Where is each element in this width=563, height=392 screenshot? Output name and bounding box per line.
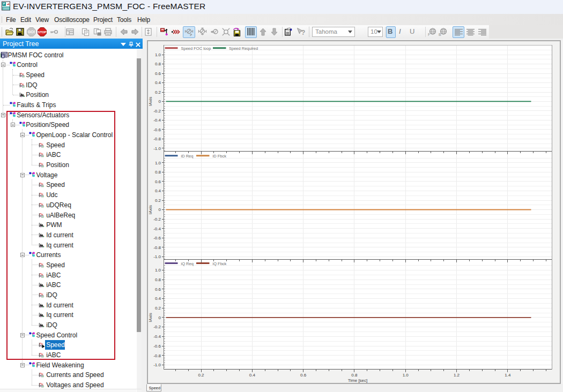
- svg-text:iD Fbck: iD Fbck: [213, 154, 227, 159]
- svg-text:-0.2: -0.2: [153, 325, 161, 329]
- svg-text:GO!: GO!: [27, 29, 35, 34]
- svg-text:0.8: 0.8: [351, 373, 358, 378]
- svg-text:-0.6: -0.6: [153, 344, 161, 349]
- svg-text:-0.4: -0.4: [153, 118, 161, 123]
- svg-text:Speed FOC loop: Speed FOC loop: [181, 46, 211, 51]
- svg-text:Speed Required: Speed Required: [229, 46, 258, 51]
- svg-text:0.2: 0.2: [155, 90, 161, 95]
- svg-text:0.6: 0.6: [300, 373, 307, 378]
- svg-text:0: 0: [159, 315, 161, 320]
- svg-text:STOP: STOP: [38, 31, 46, 34]
- svg-text:0.8: 0.8: [155, 170, 161, 175]
- svg-text:IAxis: IAxis: [148, 97, 153, 106]
- svg-text:-0.8: -0.8: [153, 245, 161, 250]
- svg-text:0.4: 0.4: [249, 373, 256, 378]
- svg-text:B: B: [439, 33, 441, 36]
- svg-text:1.4: 1.4: [505, 373, 511, 378]
- svg-text:0: 0: [159, 207, 161, 212]
- svg-text:iD Req: iD Req: [181, 154, 194, 159]
- svg-text:0.2: 0.2: [155, 306, 161, 311]
- svg-text:0.8: 0.8: [155, 277, 161, 282]
- svg-text:1.0: 1.0: [155, 161, 161, 165]
- svg-text:1.0: 1.0: [155, 52, 161, 57]
- svg-text:0.6: 0.6: [155, 179, 161, 184]
- svg-text:-1.0: -1.0: [153, 254, 161, 259]
- svg-text:-0.6: -0.6: [153, 127, 161, 132]
- svg-text:-0.4: -0.4: [153, 334, 161, 339]
- svg-text:iQ Req: iQ Req: [181, 261, 194, 266]
- svg-text:-1.0: -1.0: [153, 146, 161, 151]
- svg-text:IAxis: IAxis: [148, 205, 153, 214]
- svg-text:0: 0: [159, 99, 161, 104]
- svg-text:Time [sec]: Time [sec]: [348, 378, 368, 383]
- svg-text:0.6: 0.6: [155, 71, 161, 76]
- svg-text:-0.2: -0.2: [153, 217, 161, 222]
- svg-text:-0.8: -0.8: [153, 137, 161, 141]
- svg-text:0.6: 0.6: [155, 287, 161, 292]
- svg-text:0.4: 0.4: [155, 296, 161, 301]
- svg-text:-0.6: -0.6: [153, 236, 161, 240]
- svg-text:0.8: 0.8: [155, 62, 161, 66]
- svg-text:0.2: 0.2: [198, 373, 204, 378]
- svg-text:iQ Fbck: iQ Fbck: [213, 261, 227, 266]
- svg-text:-0.8: -0.8: [153, 353, 161, 358]
- svg-text:0.4: 0.4: [155, 80, 161, 85]
- svg-text:0.4: 0.4: [155, 189, 161, 193]
- svg-text:IAxis: IAxis: [148, 313, 153, 322]
- svg-text:1.2: 1.2: [454, 373, 460, 378]
- svg-text:?: ?: [301, 28, 305, 36]
- svg-text:-0.2: -0.2: [153, 109, 161, 114]
- svg-text:1.0: 1.0: [403, 373, 409, 378]
- svg-text:1.0: 1.0: [155, 268, 161, 273]
- svg-text:-1.0: -1.0: [153, 363, 161, 367]
- svg-text:-0.4: -0.4: [153, 227, 161, 231]
- svg-text:F: F: [428, 33, 430, 36]
- svg-text:0.2: 0.2: [155, 198, 161, 203]
